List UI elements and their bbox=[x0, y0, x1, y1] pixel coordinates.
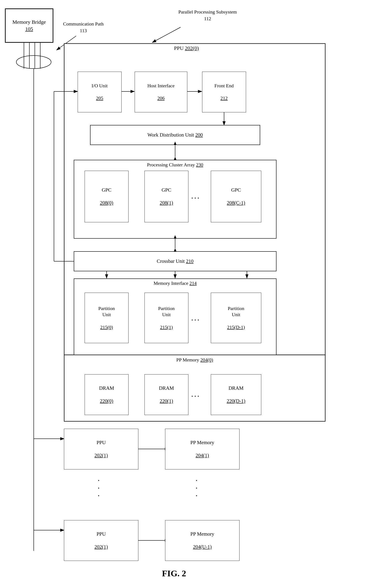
figure-label: FIG. 2 bbox=[109, 568, 239, 578]
svg-marker-35 bbox=[174, 235, 176, 238]
ppu-dots2: . bbox=[98, 482, 100, 491]
comm-path-label: Communication Path 113 bbox=[63, 21, 104, 34]
ppu-outer-label: PPU 202(0) bbox=[174, 45, 199, 52]
ppu-dots3: . bbox=[98, 490, 100, 498]
gpc1-box: GPC 208(1) bbox=[145, 171, 188, 222]
front-end-box: Front End 212 bbox=[202, 72, 246, 112]
part1-box: PartitionUnit 215(1) bbox=[145, 293, 188, 343]
part0-box: PartitionUnit 215(0) bbox=[85, 293, 128, 343]
svg-line-17 bbox=[56, 36, 76, 50]
host-interface-label: Host Interface bbox=[147, 83, 174, 89]
svg-marker-36 bbox=[174, 248, 176, 251]
ppu-dots5: . bbox=[196, 482, 197, 491]
dram-dots: · · · bbox=[192, 392, 199, 400]
dram0-box: DRAM 220(0) bbox=[85, 375, 128, 415]
pp-mem1-box: PP Memory 204(1) bbox=[165, 429, 239, 469]
host-interface-number: 206 bbox=[158, 95, 165, 102]
ppu1-box: PPU 202(1) bbox=[64, 429, 138, 469]
svg-point-4 bbox=[16, 56, 51, 69]
front-end-number: 212 bbox=[220, 95, 228, 102]
memory-bridge-label: Memory Bridge bbox=[12, 19, 46, 26]
host-interface-box: Host Interface 206 bbox=[135, 72, 187, 112]
svg-marker-29 bbox=[174, 157, 176, 160]
gpc2-box: GPC 208(C-1) bbox=[211, 171, 261, 222]
diagram: Memory Bridge 105 Communication Path 113… bbox=[0, 0, 392, 587]
io-unit-label: I/O Unit bbox=[92, 83, 108, 89]
ppu2-box: PPU 202(1) bbox=[64, 520, 138, 561]
dram1-box: DRAM 220(1) bbox=[145, 375, 188, 415]
gpc-dots: · · · bbox=[192, 194, 199, 202]
crossbar-label: Crossbar Unit 210 bbox=[74, 251, 276, 271]
part-dots: · · · bbox=[192, 316, 199, 324]
pp-mem2-box: PP Memory 204(U-1) bbox=[165, 520, 239, 561]
work-dist-label: Work Distribution Unit 200 bbox=[90, 125, 260, 145]
ppu-dots1: . bbox=[98, 475, 100, 483]
gpc0-box: GPC 208(0) bbox=[85, 171, 128, 222]
memory-bridge-number: 105 bbox=[25, 26, 33, 33]
io-unit-box: I/O Unit 205 bbox=[78, 72, 122, 112]
front-end-label: Front End bbox=[214, 83, 234, 89]
io-unit-number: 205 bbox=[96, 95, 103, 102]
ppu-dots4: . bbox=[196, 475, 197, 483]
processing-cluster-label: Processing Cluster Array 230 bbox=[74, 161, 276, 168]
mem-interface-label: Memory Interface 214 bbox=[74, 279, 276, 287]
dram2-box: DRAM 220(D-1) bbox=[211, 375, 261, 415]
parallel-subsystem-label: Parallel Processing Subsystem 112 bbox=[178, 9, 237, 22]
ppu-dots6: . bbox=[196, 490, 197, 498]
svg-line-18 bbox=[152, 27, 180, 43]
memory-bridge-box: Memory Bridge 105 bbox=[5, 9, 53, 43]
pp-mem0-label: PP Memory 204(0) bbox=[64, 356, 325, 363]
part2-box: PartitionUnit 215(D-1) bbox=[211, 293, 261, 343]
